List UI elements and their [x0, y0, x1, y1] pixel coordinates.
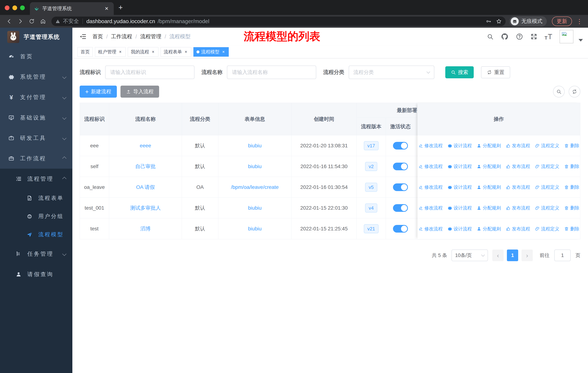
new-tab-button[interactable]: +: [114, 3, 123, 15]
breadcrumb-item[interactable]: 流程管理: [140, 33, 161, 40]
prev-page-button[interactable]: ‹: [492, 250, 504, 261]
active-toggle[interactable]: [393, 163, 408, 170]
filter-name-input[interactable]: [227, 66, 316, 79]
cell-active-switch[interactable]: [386, 218, 415, 239]
sidebar-item-请假查询[interactable]: 请假查询: [0, 264, 72, 284]
action-流程定义[interactable]: 流程定义: [535, 163, 559, 169]
search-button[interactable]: 搜索: [445, 66, 474, 78]
action-修改流程[interactable]: 修改流程: [418, 163, 443, 169]
tag-close-icon[interactable]: ✕: [221, 50, 226, 54]
action-设计流程[interactable]: 设计流程: [447, 143, 472, 149]
action-删除[interactable]: 删除: [564, 143, 579, 149]
sidebar-item-流程表单[interactable]: 流程表单: [0, 189, 72, 207]
sidebar-item-研发工具[interactable]: 研发工具: [0, 128, 72, 148]
action-修改流程[interactable]: 修改流程: [418, 226, 443, 232]
filter-id-input[interactable]: [105, 66, 194, 79]
reset-button[interactable]: 重置: [481, 66, 510, 78]
action-删除[interactable]: 删除: [564, 163, 579, 169]
window-zoom-button[interactable]: [20, 5, 25, 10]
action-删除[interactable]: 删除: [564, 226, 579, 232]
cell-form-link[interactable]: biubiu: [218, 198, 292, 218]
avatar-broken-image[interactable]: [560, 30, 573, 43]
browser-menu-icon[interactable]: ⋮: [574, 18, 584, 25]
cell-name-link[interactable]: 自己审批: [109, 156, 182, 177]
action-分配规则[interactable]: 分配规则: [477, 163, 501, 169]
forward-icon[interactable]: [16, 17, 25, 26]
process-name-link[interactable]: OA 请假: [136, 184, 155, 191]
window-minimize-button[interactable]: [12, 5, 17, 10]
action-流程定义[interactable]: 流程定义: [535, 226, 559, 232]
current-page-button[interactable]: 1: [507, 250, 518, 261]
process-name-link[interactable]: 自己审批: [135, 163, 156, 170]
tag-view-流程模型[interactable]: 流程模型✕: [193, 47, 229, 57]
action-流程定义[interactable]: 流程定义: [535, 143, 559, 149]
password-key-icon[interactable]: [486, 18, 491, 24]
tag-close-icon[interactable]: ✕: [118, 50, 123, 54]
action-删除[interactable]: 删除: [564, 184, 579, 190]
show-search-toggle-button[interactable]: [553, 86, 565, 97]
tag-close-icon[interactable]: ✕: [184, 50, 188, 54]
next-page-button[interactable]: ›: [522, 250, 533, 261]
action-分配规则[interactable]: 分配规则: [477, 143, 501, 149]
tag-close-icon[interactable]: ✕: [151, 50, 155, 54]
sidebar-item-首页[interactable]: 首页: [0, 46, 72, 67]
active-toggle[interactable]: [393, 183, 408, 191]
font-size-icon[interactable]: TT: [545, 33, 552, 41]
tag-view-首页[interactable]: 首页: [77, 47, 93, 57]
cell-name-link[interactable]: 测试多审批人: [109, 198, 182, 218]
action-分配规则[interactable]: 分配规则: [477, 226, 501, 232]
active-toggle[interactable]: [393, 204, 408, 212]
action-删除[interactable]: 删除: [564, 205, 579, 211]
action-发布流程[interactable]: 发布流程: [506, 163, 530, 169]
cell-name-link[interactable]: eeee: [109, 135, 182, 156]
refresh-table-button[interactable]: [569, 86, 580, 97]
fullscreen-icon[interactable]: [530, 33, 537, 40]
cell-active-switch[interactable]: [386, 198, 415, 218]
form-info-link[interactable]: biubiu: [248, 226, 262, 232]
window-close-button[interactable]: [5, 5, 10, 10]
breadcrumb-item[interactable]: 首页: [92, 33, 103, 40]
back-icon[interactable]: [4, 17, 14, 26]
sidebar-fold-icon[interactable]: [79, 33, 87, 40]
action-发布流程[interactable]: 发布流程: [506, 184, 530, 190]
active-toggle[interactable]: [393, 142, 408, 150]
address-bar[interactable]: 不安全 dashboard.yudao.iocoder.cn/bpm/manag…: [51, 17, 506, 26]
form-info-link[interactable]: biubiu: [248, 205, 262, 211]
action-修改流程[interactable]: 修改流程: [418, 184, 443, 190]
create-process-button[interactable]: + 新建流程: [80, 86, 117, 98]
sidebar-item-用户分组[interactable]: 用户分组: [0, 207, 72, 225]
sidebar-item-任务管理[interactable]: 任务管理: [0, 244, 72, 264]
action-设计流程[interactable]: 设计流程: [447, 226, 472, 232]
browser-tab[interactable]: 芋道管理系统 ✕: [30, 2, 114, 15]
help-icon[interactable]: [516, 33, 523, 40]
avatar-caret-icon[interactable]: [578, 39, 583, 41]
sidebar-item-支付管理[interactable]: ¥支付管理: [0, 87, 72, 107]
form-info-link[interactable]: /bpm/oa/leave/create: [231, 184, 279, 190]
action-设计流程[interactable]: 设计流程: [447, 163, 472, 169]
tag-view-租户管理[interactable]: 租户管理✕: [95, 47, 126, 57]
sidebar-item-流程管理[interactable]: 流程管理: [0, 169, 72, 189]
sidebar-item-系统管理[interactable]: 系统管理: [0, 67, 72, 87]
process-name-link[interactable]: eeee: [140, 143, 151, 149]
filter-category-select[interactable]: 流程分类: [349, 66, 434, 79]
sidebar-item-工作流程[interactable]: 工作流程: [0, 148, 72, 169]
action-分配规则[interactable]: 分配规则: [477, 205, 501, 211]
action-发布流程[interactable]: 发布流程: [506, 226, 530, 232]
breadcrumb-item[interactable]: 工作流程: [111, 33, 132, 40]
cell-name-link[interactable]: OA 请假: [109, 177, 182, 198]
search-icon[interactable]: [487, 33, 494, 40]
action-流程定义[interactable]: 流程定义: [535, 184, 559, 190]
form-info-link[interactable]: biubiu: [248, 163, 262, 169]
home-icon[interactable]: [38, 17, 48, 26]
cell-active-switch[interactable]: [386, 156, 415, 177]
tag-view-流程表单[interactable]: 流程表单✕: [161, 47, 191, 57]
action-发布流程[interactable]: 发布流程: [506, 205, 530, 211]
cell-form-link[interactable]: biubiu: [218, 156, 292, 177]
tag-view-我的流程[interactable]: 我的流程✕: [128, 47, 158, 57]
action-发布流程[interactable]: 发布流程: [506, 143, 530, 149]
import-process-button[interactable]: 导入流程: [120, 86, 159, 98]
action-设计流程[interactable]: 设计流程: [447, 205, 472, 211]
bookmark-star-icon[interactable]: [496, 18, 502, 24]
sidebar-item-流程模型[interactable]: 流程模型: [0, 225, 72, 244]
reload-icon[interactable]: [27, 17, 36, 26]
